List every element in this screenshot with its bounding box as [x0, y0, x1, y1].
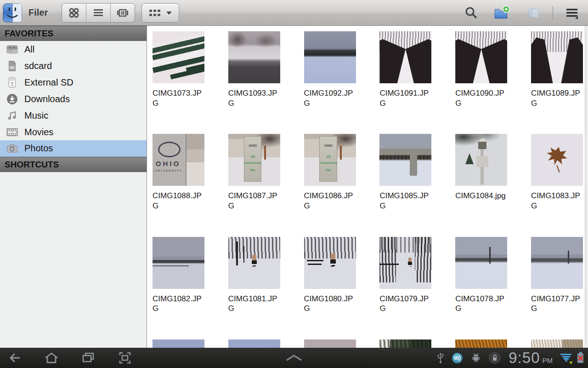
view-mode-switcher — [62, 3, 135, 23]
file-item[interactable] — [379, 339, 434, 348]
sidebar-item-label: Music — [24, 110, 48, 121]
file-name: CIMG1085.JPG — [379, 191, 434, 211]
recent-apps-icon — [81, 351, 95, 364]
sidebar-item-music[interactable]: Music — [0, 107, 147, 124]
sidebar-item-downloads[interactable]: Downloads — [0, 91, 147, 107]
file-thumbnail — [455, 339, 507, 348]
file-item[interactable]: CIMG1073.JPG — [153, 31, 207, 134]
file-item[interactable]: CIMG1092.JPG — [304, 31, 358, 134]
file-name: CIMG1077.JPG — [531, 294, 585, 314]
file-item[interactable]: CIMG1079.JPG — [379, 237, 434, 339]
file-item[interactable]: CIMG1093.JPG — [228, 31, 283, 134]
home-button[interactable] — [41, 349, 62, 367]
file-item[interactable] — [304, 339, 358, 348]
file-item[interactable] — [153, 339, 207, 348]
file-thumbnail — [455, 31, 507, 83]
file-thumbnail — [304, 339, 356, 348]
menu-icon — [565, 6, 580, 19]
file-item[interactable]: CIMG1083.JPG — [531, 134, 585, 236]
photo-text: Tee — [244, 168, 261, 172]
notification-handle[interactable] — [280, 349, 308, 367]
file-thumbnail — [379, 134, 431, 186]
photo-text: OHIO — [319, 144, 337, 147]
system-navigation-bar: 9:50 PM — [0, 348, 588, 368]
file-thumbnail — [153, 237, 204, 289]
music-icon — [6, 109, 18, 122]
sidebar-item-photos[interactable]: Photos — [0, 140, 147, 157]
recent-apps-button[interactable] — [78, 349, 98, 367]
sidebar-item-movies[interactable]: Movies — [0, 124, 147, 140]
file-thumbnail — [455, 134, 507, 186]
paste-icon — [526, 6, 541, 20]
file-item[interactable]: CIMG1085.JPG — [379, 134, 434, 236]
photo-text: Championship — [319, 161, 337, 164]
file-name: CIMG1090.JPG — [455, 88, 509, 108]
file-item[interactable]: CIMG1082.JPG — [153, 237, 207, 339]
file-name: CIMG1087.JPG — [228, 191, 283, 211]
screenshot-icon — [118, 351, 132, 364]
wireless-share-icon — [451, 352, 464, 364]
new-folder-button[interactable] — [493, 4, 511, 22]
file-thumbnail — [379, 339, 431, 348]
toolbar: Filer — [0, 0, 588, 26]
file-thumbnail: OHIO#3ChampionshipTee — [228, 134, 280, 186]
screenshot-button[interactable] — [115, 349, 135, 367]
search-button[interactable] — [462, 4, 480, 22]
file-thumbnail — [379, 31, 431, 83]
svg-text:SD: SD — [10, 65, 15, 70]
file-item[interactable] — [531, 339, 585, 348]
file-thumbnail — [531, 31, 583, 83]
file-thumbnail — [455, 237, 507, 289]
file-name: CIMG1093.JPG — [228, 88, 283, 108]
film-icon — [6, 126, 18, 138]
sidebar-item-label: Downloads — [24, 94, 70, 104]
file-item[interactable] — [455, 339, 509, 348]
file-item[interactable]: OHIO#3ChampionshipTeeCIMG1087.JPG — [228, 134, 283, 236]
main-area: FAVORITESAllSDsdcardExternal SDDownloads… — [0, 26, 588, 348]
file-thumbnail — [228, 339, 280, 348]
file-item[interactable]: CIMG1091.JPG — [379, 31, 434, 134]
back-icon — [8, 351, 22, 364]
menu-button[interactable] — [563, 4, 582, 22]
file-name: CIMG1079.JPG — [379, 294, 434, 314]
file-item[interactable]: OHIO#3ChampionshipTeeCIMG1086.JPG — [304, 134, 358, 236]
section-header-favorites: FAVORITES — [0, 26, 147, 41]
file-name: CIMG1078.JPG — [455, 294, 509, 314]
status-tray[interactable]: 9:50 PM — [436, 349, 583, 367]
file-thumbnail — [228, 31, 280, 83]
sidebar-item-external-sd[interactable]: External SD — [0, 74, 147, 91]
file-item[interactable]: CIMG1089.JPG — [531, 31, 585, 134]
flow-view-button[interactable] — [111, 4, 135, 22]
file-item[interactable]: OHIOUNIVERSITYCIMG1088.JPG — [153, 134, 207, 236]
camera-icon — [6, 142, 18, 155]
download-icon — [6, 93, 18, 105]
file-name: CIMG1082.JPG — [153, 294, 207, 314]
file-thumbnail — [531, 339, 583, 348]
file-item[interactable]: CIMG1080.JPG — [304, 237, 358, 339]
scrollbar-track[interactable] — [585, 26, 588, 348]
list-view-icon — [92, 7, 104, 19]
rotation-lock-icon — [488, 351, 501, 364]
back-button[interactable] — [5, 349, 25, 367]
file-item[interactable]: CIMG1081.JPG — [228, 237, 283, 339]
file-name: CIMG1086.JPG — [304, 191, 358, 211]
file-name: CIMG1081.JPG — [228, 294, 283, 314]
list-view-button[interactable] — [86, 4, 111, 22]
photo-text: Championship — [244, 161, 261, 164]
file-item[interactable]: CIMG1090.JPG — [455, 31, 509, 134]
paste-button[interactable] — [524, 4, 543, 22]
sidebar-item-all[interactable]: All — [0, 41, 147, 58]
file-name: CIMG1083.JPG — [531, 191, 585, 211]
photo-text: #3 — [319, 155, 337, 159]
file-item[interactable]: CIMG1078.JPG — [455, 237, 509, 339]
app-title: Filer — [28, 7, 48, 18]
sidebar-item-sdcard[interactable]: SDsdcard — [0, 58, 147, 74]
column-layout-dropdown-button[interactable] — [141, 3, 179, 23]
file-item[interactable] — [228, 339, 283, 348]
wifi-activity-arrow-icon — [569, 362, 573, 364]
file-item[interactable]: CIMG1084.jpg — [455, 134, 509, 236]
clock-time: 9:50 — [509, 349, 540, 367]
file-item[interactable]: CIMG1077.JPG — [531, 237, 585, 339]
file-name: CIMG1088.JPG — [153, 191, 207, 211]
grid-view-button[interactable] — [62, 4, 86, 22]
